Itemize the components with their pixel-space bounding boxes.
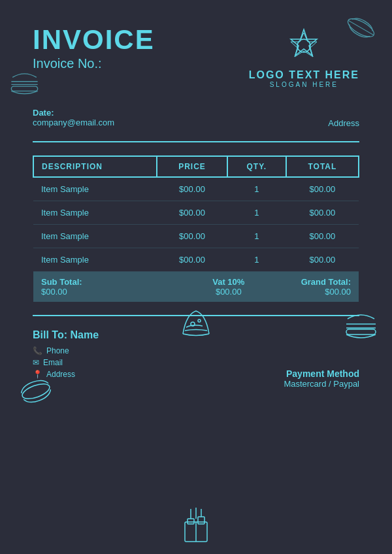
item-price-4: $00.00: [157, 248, 227, 272]
phone-label: Phone: [46, 346, 69, 355]
email-icon: ✉: [33, 358, 39, 367]
bottom-section: Bill To: Name 📞 Phone ✉ Email 📍 Address: [0, 316, 392, 402]
item-total-1: $00.00: [286, 177, 359, 201]
header-section: INVOICE Invoice No.: LOGO TEXT HERE SLOG…: [0, 0, 392, 101]
item-description-1: Item Sample: [33, 177, 157, 201]
subtotal-label: Sub Total:: [41, 277, 172, 287]
burger-icon-left: [7, 65, 42, 104]
contact-row: Date: company@email.com Address: [0, 101, 392, 141]
taco-icon: [173, 301, 219, 350]
invoice-table: DESCRIPTION PRICE QTY. TOTAL Item Sample…: [33, 155, 359, 302]
item-total-3: $00.00: [286, 225, 359, 248]
item-qty-1: 1: [227, 177, 286, 201]
company-email: company@email.com: [33, 118, 114, 127]
table-row: Item Sample $00.00 1 $00.00: [33, 201, 359, 225]
svg-point-6: [297, 39, 310, 52]
grand-total-value: $00.00: [285, 287, 351, 297]
svg-rect-12: [346, 329, 376, 334]
invoice-table-section: DESCRIPTION PRICE QTY. TOTAL Item Sample…: [0, 142, 392, 315]
col-qty: QTY.: [227, 156, 286, 177]
item-price-2: $00.00: [157, 201, 227, 225]
logo-slogan: SLOGAN HERE: [249, 81, 359, 88]
invoice-page: INVOICE Invoice No.: LOGO TEXT HERE SLOG…: [0, 0, 392, 554]
vat-label: Vat 10%: [188, 277, 269, 287]
svg-point-9: [198, 319, 201, 322]
col-price: PRICE: [157, 156, 227, 177]
phone-icon: 📞: [33, 346, 42, 355]
payment-method-value: Mastercard / Paypal: [284, 379, 359, 389]
subtotal-value: $00.00: [41, 287, 172, 297]
hotdog-icon-bottom-left: [16, 375, 56, 410]
item-description-4: Item Sample: [33, 248, 157, 272]
table-header-row: DESCRIPTION PRICE QTY. TOTAL: [33, 156, 359, 177]
hotdog-icon-top-right: [343, 13, 379, 45]
table-row: Item Sample $00.00 1 $00.00: [33, 225, 359, 248]
logo-star-icon: [284, 26, 323, 65]
vat-value: $00.00: [188, 287, 269, 297]
burger-icon-bottom-right: [340, 304, 382, 350]
contact-left: Date: company@email.com: [33, 108, 114, 127]
item-total-2: $00.00: [286, 201, 359, 225]
date-label: Date:: [33, 108, 114, 118]
logo-text: LOGO TEXT HERE: [249, 69, 359, 81]
totals-row: Sub Total: $00.00 Vat 10% $00.00 Grand T…: [33, 272, 359, 302]
item-description-2: Item Sample: [33, 201, 157, 225]
item-price-1: $00.00: [157, 177, 227, 201]
item-total-4: $00.00: [286, 248, 359, 272]
invoice-title: INVOICE: [33, 26, 155, 54]
invoice-number-label: Invoice No.:: [33, 56, 155, 71]
item-price-3: $00.00: [157, 225, 227, 248]
address-right: Address: [328, 108, 359, 128]
grand-total-label: Grand Total:: [285, 277, 351, 287]
item-qty-2: 1: [227, 201, 286, 225]
svg-rect-2: [11, 86, 37, 91]
col-description: DESCRIPTION: [33, 156, 157, 177]
item-qty-3: 1: [227, 225, 286, 248]
svg-point-13: [20, 381, 52, 402]
bill-to-title: Bill To: Name: [33, 329, 99, 341]
bill-to-email: ✉ Email: [33, 358, 99, 367]
payment-method-title: Payment Method: [284, 368, 359, 379]
email-label: Email: [43, 358, 63, 367]
svg-rect-16: [188, 519, 194, 524]
col-total: TOTAL: [286, 156, 359, 177]
payment-section: Payment Method Mastercard / Paypal: [284, 368, 359, 389]
item-qty-4: 1: [227, 248, 286, 272]
invoice-title-group: INVOICE Invoice No.:: [33, 26, 155, 71]
svg-line-1: [348, 20, 374, 35]
svg-marker-7: [291, 33, 317, 57]
fries-icon-bottom: [173, 502, 219, 551]
table-row: Item Sample $00.00 1 $00.00: [33, 248, 359, 272]
bill-to-phone: 📞 Phone: [33, 346, 99, 355]
table-row: Item Sample $00.00 1 $00.00: [33, 177, 359, 201]
item-description-3: Item Sample: [33, 225, 157, 248]
svg-rect-17: [198, 517, 204, 524]
